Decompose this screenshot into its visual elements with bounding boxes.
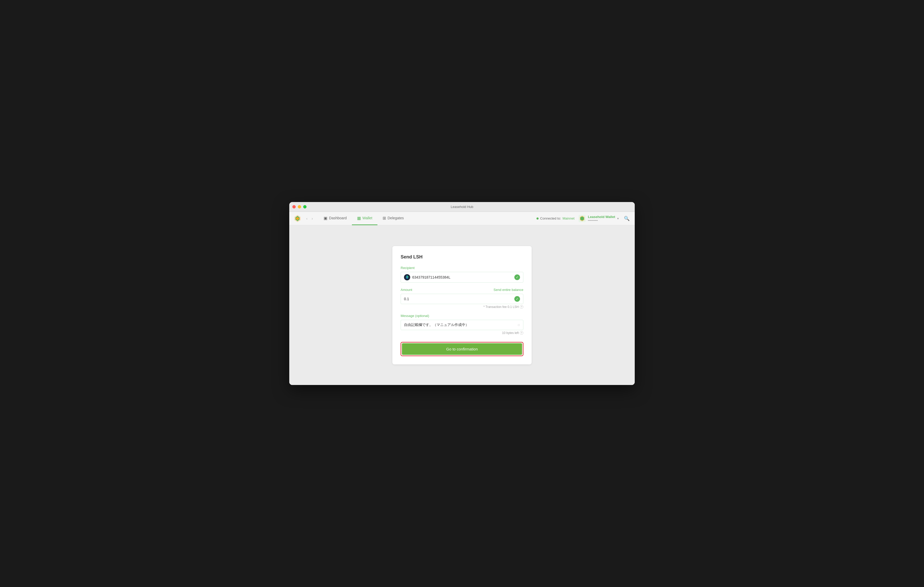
send-title: Send LSH — [401, 254, 523, 260]
forward-button[interactable]: › — [310, 215, 315, 222]
message-group: Message (optional) ○ 10 bytes left ? — [401, 314, 523, 335]
dashboard-icon: ▣ — [323, 216, 327, 220]
recipient-group: Recipient ✓ — [401, 266, 523, 283]
wallet-address: •••••••••• — [588, 219, 615, 222]
close-button[interactable] — [292, 205, 296, 209]
nav-bar: ‹ › ▣ Dashboard ▦ Wallet ⊞ Delegates Con… — [289, 212, 635, 225]
delegates-icon: ⊞ — [383, 216, 386, 220]
tab-wallet[interactable]: ▦ Wallet — [352, 212, 378, 225]
bytes-left: 10 bytes left ? — [401, 331, 523, 335]
send-entire-balance-link[interactable]: Send entire balance — [493, 288, 523, 292]
amount-group: Amount Send entire balance ✓ * Transacti… — [401, 288, 523, 309]
back-button[interactable]: ‹ — [305, 215, 309, 222]
dropdown-icon: ▾ — [617, 217, 619, 220]
transaction-fee: * Transaction fee 0.1 LSH ? — [401, 305, 523, 309]
tab-dashboard-label: Dashboard — [329, 216, 347, 220]
recipient-input-wrapper: ✓ — [401, 272, 523, 283]
connection-indicator — [536, 217, 539, 220]
tab-delegates-label: Delegates — [388, 216, 404, 220]
connection-label: Connected to: — [540, 217, 561, 220]
wallet-avatar — [579, 215, 586, 222]
title-bar: Leasehold Hub — [289, 202, 635, 212]
minimize-button[interactable] — [298, 205, 301, 209]
app-window: Leasehold Hub ‹ › ▣ Dashboard ▦ Wallet ⊞ — [289, 202, 635, 385]
network-name: Mainnet — [563, 217, 574, 220]
fee-info-icon[interactable]: ? — [520, 305, 523, 309]
message-icon: ○ — [517, 322, 520, 327]
bytes-info-icon[interactable]: ? — [520, 331, 523, 335]
wallet-info[interactable]: Leasehold Wallet •••••••••• ▾ — [579, 215, 619, 222]
recipient-valid-icon: ✓ — [514, 275, 520, 280]
svg-point-7 — [407, 276, 408, 278]
message-input-wrapper: ○ — [401, 320, 523, 330]
recipient-avatar — [404, 274, 410, 280]
amount-input-wrapper: ✓ — [401, 294, 523, 304]
app-logo — [294, 214, 302, 223]
maximize-button[interactable] — [303, 205, 307, 209]
recipient-label: Recipient — [401, 266, 523, 270]
main-content: Send LSH Recipient ✓ — [289, 225, 635, 385]
tab-dashboard[interactable]: ▣ Dashboard — [318, 212, 352, 225]
amount-label-row: Amount Send entire balance — [401, 288, 523, 292]
message-label: Message (optional) — [401, 314, 523, 318]
message-input[interactable] — [404, 323, 517, 327]
connection-status: Connected to: Mainnet — [536, 217, 574, 220]
nav-right: Connected to: Mainnet Leasehold Wallet •… — [536, 215, 630, 222]
amount-label: Amount — [401, 288, 412, 292]
amount-valid-icon: ✓ — [514, 296, 520, 302]
tab-wallet-label: Wallet — [363, 216, 372, 220]
confirm-button[interactable]: Go to confirmation — [402, 343, 522, 355]
send-card: Send LSH Recipient ✓ — [393, 246, 531, 364]
recipient-input[interactable] — [412, 275, 514, 280]
tab-delegates[interactable]: ⊞ Delegates — [378, 212, 409, 225]
wallet-name: Leasehold Wallet — [588, 215, 615, 219]
nav-arrows: ‹ › — [305, 215, 314, 222]
wallet-icon: ▦ — [357, 216, 361, 220]
confirm-button-wrapper: Go to confirmation — [401, 342, 523, 356]
amount-input[interactable] — [404, 297, 514, 301]
window-title: Leasehold Hub — [450, 205, 473, 209]
wallet-text: Leasehold Wallet •••••••••• — [588, 215, 615, 222]
search-button[interactable]: 🔍 — [623, 215, 630, 222]
traffic-lights — [292, 205, 307, 209]
